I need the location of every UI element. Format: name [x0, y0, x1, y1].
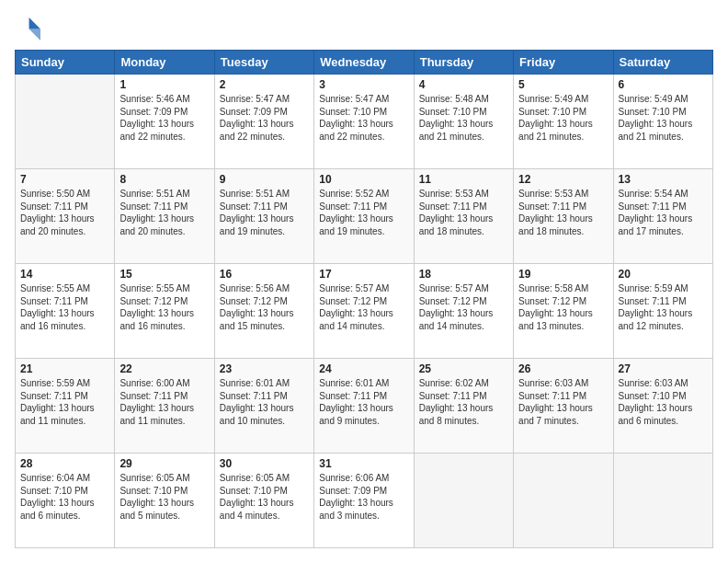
- day-number: 22: [119, 362, 209, 375]
- day-number: 31: [319, 457, 408, 470]
- day-info: Sunrise: 5:59 AMSunset: 7:11 PMDaylight:…: [619, 282, 708, 332]
- calendar-cell: 14Sunrise: 5:55 AMSunset: 7:11 PMDayligh…: [16, 264, 115, 359]
- day-info: Sunrise: 6:05 AMSunset: 7:10 PMDaylight:…: [119, 472, 209, 522]
- calendar-table: SundayMondayTuesdayWednesdayThursdayFrid…: [15, 50, 713, 548]
- calendar-week-row: 1Sunrise: 5:46 AMSunset: 7:09 PMDaylight…: [16, 75, 713, 169]
- calendar-cell: 20Sunrise: 5:59 AMSunset: 7:11 PMDayligh…: [613, 264, 712, 359]
- day-info: Sunrise: 6:01 AMSunset: 7:11 PMDaylight:…: [319, 377, 408, 427]
- calendar-body: 1Sunrise: 5:46 AMSunset: 7:09 PMDaylight…: [16, 75, 713, 548]
- weekday-header-tuesday: Tuesday: [214, 51, 313, 75]
- calendar-cell: 7Sunrise: 5:50 AMSunset: 7:11 PMDaylight…: [16, 169, 115, 264]
- calendar-cell: 8Sunrise: 5:51 AMSunset: 7:11 PMDaylight…: [115, 169, 214, 264]
- day-info: Sunrise: 6:03 AMSunset: 7:10 PMDaylight:…: [619, 377, 708, 427]
- day-info: Sunrise: 5:48 AMSunset: 7:10 PMDaylight:…: [419, 93, 508, 143]
- day-info: Sunrise: 5:57 AMSunset: 7:12 PMDaylight:…: [419, 282, 508, 332]
- calendar-cell: 28Sunrise: 6:04 AMSunset: 7:10 PMDayligh…: [16, 454, 115, 548]
- day-number: 7: [20, 173, 109, 186]
- day-info: Sunrise: 6:05 AMSunset: 7:10 PMDaylight:…: [220, 472, 309, 522]
- day-number: 30: [220, 457, 309, 470]
- calendar-cell: [514, 454, 613, 548]
- day-info: Sunrise: 5:52 AMSunset: 7:11 PMDaylight:…: [319, 188, 408, 237]
- calendar-week-row: 21Sunrise: 5:59 AMSunset: 7:11 PMDayligh…: [16, 359, 713, 454]
- day-info: Sunrise: 5:49 AMSunset: 7:10 PMDaylight:…: [619, 93, 708, 143]
- day-info: Sunrise: 5:55 AMSunset: 7:11 PMDaylight:…: [20, 282, 109, 332]
- day-number: 23: [220, 362, 309, 375]
- day-info: Sunrise: 5:50 AMSunset: 7:11 PMDaylight:…: [20, 188, 109, 237]
- calendar-cell: 11Sunrise: 5:53 AMSunset: 7:11 PMDayligh…: [414, 169, 513, 264]
- calendar-week-row: 7Sunrise: 5:50 AMSunset: 7:11 PMDaylight…: [16, 169, 713, 264]
- calendar-cell: 16Sunrise: 5:56 AMSunset: 7:12 PMDayligh…: [214, 264, 313, 359]
- day-number: 21: [20, 362, 109, 375]
- header: [15, 15, 713, 40]
- calendar-cell: 26Sunrise: 6:03 AMSunset: 7:11 PMDayligh…: [514, 359, 613, 454]
- day-info: Sunrise: 5:53 AMSunset: 7:11 PMDaylight:…: [419, 188, 508, 237]
- day-info: Sunrise: 5:51 AMSunset: 7:11 PMDaylight:…: [220, 188, 309, 237]
- calendar-cell: 3Sunrise: 5:47 AMSunset: 7:10 PMDaylight…: [314, 75, 414, 169]
- calendar-cell: 31Sunrise: 6:06 AMSunset: 7:09 PMDayligh…: [314, 454, 414, 548]
- logo: [15, 15, 44, 40]
- day-number: 27: [619, 362, 708, 375]
- day-info: Sunrise: 5:59 AMSunset: 7:11 PMDaylight:…: [20, 377, 109, 427]
- day-number: 3: [319, 78, 408, 91]
- day-number: 16: [220, 268, 309, 281]
- weekday-header-thursday: Thursday: [414, 51, 513, 75]
- calendar-cell: 10Sunrise: 5:52 AMSunset: 7:11 PMDayligh…: [314, 169, 414, 264]
- calendar-cell: 27Sunrise: 6:03 AMSunset: 7:10 PMDayligh…: [613, 359, 712, 454]
- calendar-header: SundayMondayTuesdayWednesdayThursdayFrid…: [16, 51, 713, 75]
- calendar-cell: [414, 454, 513, 548]
- day-number: 19: [518, 268, 608, 281]
- day-number: 24: [319, 362, 408, 375]
- day-info: Sunrise: 5:55 AMSunset: 7:12 PMDaylight:…: [119, 282, 209, 332]
- day-info: Sunrise: 6:04 AMSunset: 7:10 PMDaylight:…: [20, 472, 109, 522]
- day-info: Sunrise: 6:03 AMSunset: 7:11 PMDaylight:…: [518, 377, 608, 427]
- calendar-cell: 2Sunrise: 5:47 AMSunset: 7:09 PMDaylight…: [214, 75, 313, 169]
- calendar-cell: 22Sunrise: 6:00 AMSunset: 7:11 PMDayligh…: [115, 359, 214, 454]
- day-info: Sunrise: 6:02 AMSunset: 7:11 PMDaylight:…: [419, 377, 508, 427]
- day-info: Sunrise: 5:54 AMSunset: 7:11 PMDaylight:…: [619, 188, 708, 237]
- calendar-cell: 6Sunrise: 5:49 AMSunset: 7:10 PMDaylight…: [613, 75, 712, 169]
- day-number: 5: [518, 78, 608, 91]
- calendar-cell: 19Sunrise: 5:58 AMSunset: 7:12 PMDayligh…: [514, 264, 613, 359]
- logo-icon: [15, 15, 40, 40]
- weekday-header-wednesday: Wednesday: [314, 51, 414, 75]
- day-info: Sunrise: 5:56 AMSunset: 7:12 PMDaylight:…: [220, 282, 309, 332]
- day-number: 29: [119, 457, 209, 470]
- day-number: 6: [619, 78, 708, 91]
- day-number: 9: [220, 173, 309, 186]
- day-number: 8: [119, 173, 209, 186]
- calendar-cell: 25Sunrise: 6:02 AMSunset: 7:11 PMDayligh…: [414, 359, 513, 454]
- day-number: 11: [419, 173, 508, 186]
- day-info: Sunrise: 5:47 AMSunset: 7:09 PMDaylight:…: [220, 93, 309, 143]
- day-number: 13: [619, 173, 708, 186]
- calendar-cell: 13Sunrise: 5:54 AMSunset: 7:11 PMDayligh…: [613, 169, 712, 264]
- calendar-cell: 21Sunrise: 5:59 AMSunset: 7:11 PMDayligh…: [16, 359, 115, 454]
- weekday-row: SundayMondayTuesdayWednesdayThursdayFrid…: [16, 51, 713, 75]
- calendar-cell: 29Sunrise: 6:05 AMSunset: 7:10 PMDayligh…: [115, 454, 214, 548]
- calendar-cell: 23Sunrise: 6:01 AMSunset: 7:11 PMDayligh…: [214, 359, 313, 454]
- svg-marker-0: [29, 17, 40, 29]
- calendar-cell: 24Sunrise: 6:01 AMSunset: 7:11 PMDayligh…: [314, 359, 414, 454]
- day-number: 14: [20, 268, 109, 281]
- day-info: Sunrise: 5:46 AMSunset: 7:09 PMDaylight:…: [119, 93, 209, 143]
- day-number: 25: [419, 362, 508, 375]
- day-info: Sunrise: 6:01 AMSunset: 7:11 PMDaylight:…: [220, 377, 309, 427]
- day-number: 4: [419, 78, 508, 91]
- day-number: 28: [20, 457, 109, 470]
- day-number: 17: [319, 268, 408, 281]
- calendar-cell: 4Sunrise: 5:48 AMSunset: 7:10 PMDaylight…: [414, 75, 513, 169]
- day-info: Sunrise: 6:00 AMSunset: 7:11 PMDaylight:…: [119, 377, 209, 427]
- calendar-cell: 15Sunrise: 5:55 AMSunset: 7:12 PMDayligh…: [115, 264, 214, 359]
- day-number: 15: [119, 268, 209, 281]
- day-number: 26: [518, 362, 608, 375]
- calendar-cell: 1Sunrise: 5:46 AMSunset: 7:09 PMDaylight…: [115, 75, 214, 169]
- weekday-header-friday: Friday: [514, 51, 613, 75]
- day-number: 2: [220, 78, 309, 91]
- day-info: Sunrise: 5:53 AMSunset: 7:11 PMDaylight:…: [518, 188, 608, 237]
- calendar-cell: 18Sunrise: 5:57 AMSunset: 7:12 PMDayligh…: [414, 264, 513, 359]
- calendar-cell: [16, 75, 115, 169]
- day-info: Sunrise: 5:51 AMSunset: 7:11 PMDaylight:…: [119, 188, 209, 237]
- calendar-cell: 9Sunrise: 5:51 AMSunset: 7:11 PMDaylight…: [214, 169, 313, 264]
- calendar-cell: 30Sunrise: 6:05 AMSunset: 7:10 PMDayligh…: [214, 454, 313, 548]
- day-info: Sunrise: 5:57 AMSunset: 7:12 PMDaylight:…: [319, 282, 408, 332]
- day-info: Sunrise: 5:58 AMSunset: 7:12 PMDaylight:…: [518, 282, 608, 332]
